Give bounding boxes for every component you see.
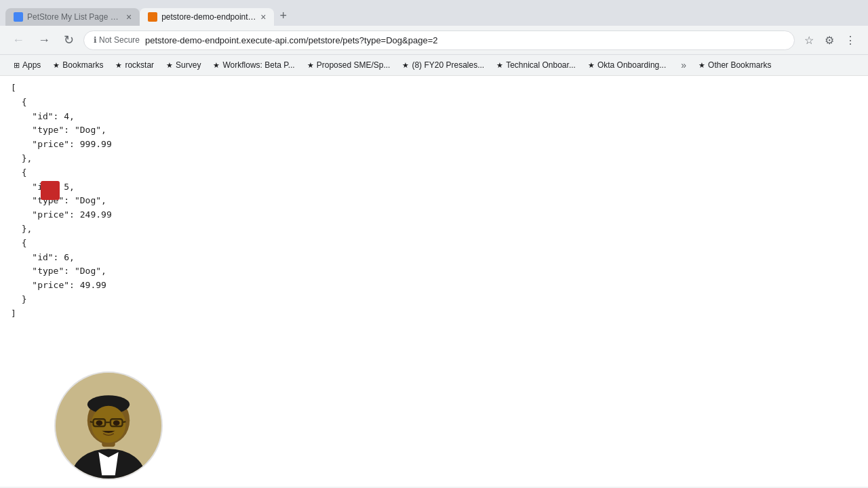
bookmark-rockstar-label: rockstar <box>125 60 154 70</box>
security-text: Not Secure <box>99 35 140 45</box>
extensions-button[interactable]: ⚙ <box>821 31 838 49</box>
technical-icon: ★ <box>496 61 503 70</box>
video-overlay <box>54 371 163 480</box>
bookmark-rockstar[interactable]: ★ rockstar <box>110 58 159 72</box>
new-tab-button[interactable]: + <box>277 6 290 26</box>
bookmark-technical-label: Technical Onboar... <box>506 60 576 70</box>
bookmark-proposed[interactable]: ★ Proposed SME/Sp... <box>302 58 396 72</box>
json-content: [ { "id": 4, "type": "Dog", "price": 999… <box>11 81 857 321</box>
tab-close-1[interactable]: × <box>126 12 132 22</box>
bookmark-survey-label: Survey <box>176 60 201 70</box>
other-bookmarks-icon: ★ <box>698 61 705 70</box>
bookmark-fy20[interactable]: ★ (8) FY20 Presales... <box>397 58 490 72</box>
svg-point-13 <box>113 420 120 426</box>
svg-line-11 <box>122 422 125 422</box>
bookmarks-icon: ★ <box>53 61 60 70</box>
bookmark-other-label: Other Bookmarks <box>708 60 771 70</box>
tab-close-2[interactable]: × <box>260 12 266 22</box>
back-button[interactable]: ← <box>8 30 28 50</box>
tab-title-1: PetStore My List Page Java P... <box>27 12 122 22</box>
toolbar-icons: ☆ ⚙ ⋮ <box>800 31 860 49</box>
bookmark-survey[interactable]: ★ Survey <box>161 58 206 72</box>
tab-favicon-2 <box>148 12 157 22</box>
bookmark-star-button[interactable]: ☆ <box>800 31 818 49</box>
rockstar-icon: ★ <box>115 61 122 70</box>
okta-icon: ★ <box>588 61 595 70</box>
refresh-button[interactable]: ↻ <box>60 30 78 50</box>
tab-bar: PetStore My List Page Java P... × petsto… <box>0 0 868 26</box>
bookmark-fy20-label: (8) FY20 Presales... <box>412 60 484 70</box>
svg-point-12 <box>96 420 102 426</box>
browser-chrome: PetStore My List Page Java P... × petsto… <box>0 0 868 76</box>
recording-indicator <box>41 181 60 200</box>
bookmarks-bar: ⊞ Apps ★ Bookmarks ★ rockstar ★ Survey ★… <box>0 55 868 76</box>
bookmark-workflows-label: Workflows: Beta P... <box>222 60 294 70</box>
person-avatar <box>56 371 161 480</box>
bookmark-proposed-label: Proposed SME/Sp... <box>317 60 391 70</box>
bookmark-bookmarks[interactable]: ★ Bookmarks <box>47 58 108 72</box>
bookmark-workflows[interactable]: ★ Workflows: Beta P... <box>208 58 300 72</box>
bookmark-okta[interactable]: ★ Okta Onboarding... <box>583 58 671 72</box>
bookmark-bookmarks-label: Bookmarks <box>62 60 103 70</box>
toolbar: ← → ↻ ℹ Not Secure petstore-demo-endpoin… <box>0 26 868 55</box>
bookmark-technical[interactable]: ★ Technical Onboar... <box>491 58 581 72</box>
survey-icon: ★ <box>166 61 173 70</box>
bookmark-okta-label: Okta Onboarding... <box>597 60 666 70</box>
tab-petstore2[interactable]: petstore-demo-endpoint.exec... × <box>140 8 274 26</box>
lock-icon: ℹ <box>94 35 97 45</box>
bookmark-more-button[interactable]: » <box>675 58 692 73</box>
svg-line-10 <box>90 422 94 422</box>
tab-title-2: petstore-demo-endpoint.exec... <box>161 12 256 22</box>
browser-content: [ { "id": 4, "type": "Dog", "price": 999… <box>0 76 868 487</box>
workflows-icon: ★ <box>213 61 220 70</box>
security-indicator: ℹ Not Secure <box>94 35 140 45</box>
apps-icon: ⊞ <box>14 61 20 70</box>
bookmark-more-label: » <box>681 60 686 70</box>
forward-button[interactable]: → <box>34 30 54 50</box>
address-bar[interactable]: ℹ Not Secure petstore-demo-endpoint.exec… <box>83 30 795 50</box>
menu-button[interactable]: ⋮ <box>841 31 860 49</box>
tab-petstore1[interactable]: PetStore My List Page Java P... × <box>5 8 140 26</box>
proposed-icon: ★ <box>307 61 314 70</box>
url-text: petstore-demo-endpoint.execute-api.com/p… <box>145 35 437 45</box>
tab-favicon-1 <box>14 12 23 22</box>
bookmark-other[interactable]: ★ Other Bookmarks <box>693 58 776 72</box>
fy20-icon: ★ <box>402 61 409 70</box>
bookmark-apps[interactable]: ⊞ Apps <box>8 58 46 72</box>
bookmark-apps-label: Apps <box>22 60 41 70</box>
